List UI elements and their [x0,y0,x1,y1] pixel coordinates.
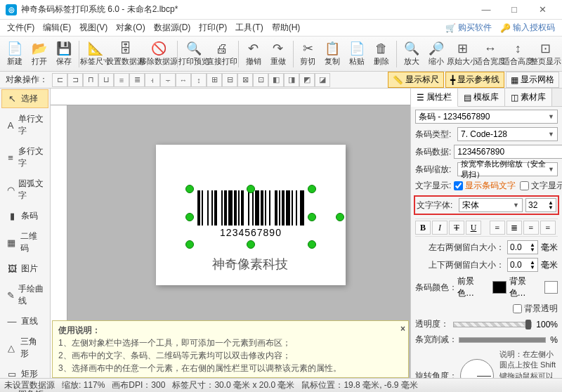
text-top-checkbox[interactable]: 文字显示在顶部 [520,180,562,192]
menu-print[interactable]: 打印(P) [195,20,231,35]
align-btn[interactable]: ≡ [114,73,129,87]
barcode-object[interactable]: 1234567890 [191,190,311,243]
help-close-button[interactable]: × [400,322,405,335]
toolbar-打印预览[interactable]: 🔍打印预览 [181,38,208,70]
align-btn[interactable]: ⊐ [67,73,83,87]
align-btn[interactable]: ↔ [176,73,191,87]
menu-file[interactable]: 文件(F) [3,20,39,35]
toggle-guides[interactable]: ╋显示参考线 [445,72,504,88]
tool-直线[interactable]: —直线 [1,312,48,331]
barcode-data-input[interactable] [454,145,562,159]
font-size-spinner[interactable]: 32▲▼ [525,198,556,212]
align-btn[interactable]: ↕ [191,73,207,87]
opacity-slider[interactable] [453,322,532,327]
underline-button[interactable]: U [466,221,481,235]
align-btn[interactable]: ⫞ [145,73,160,87]
bg-swatch[interactable] [544,281,558,294]
align-btn[interactable]: ⊞ [207,73,222,87]
toolbar-放大[interactable]: 🔍放大 [400,38,424,70]
resize-handle[interactable] [247,240,255,249]
toggle-grid[interactable]: ▦显示网格 [506,72,559,88]
resize-handle[interactable] [247,185,255,193]
object-selector[interactable]: 条码 - 1234567890▼ [415,110,558,124]
license-link[interactable]: 🔑输入授权码 [496,20,559,35]
toolbar-复制[interactable]: 📋复制 [320,38,344,70]
tool-矩形[interactable]: ▭矩形 [1,365,48,384]
toolbar-适合高度[interactable]: ↕适合高度 [504,38,532,70]
toolbar-缩小[interactable]: 🔎缩小 [424,38,448,70]
toolbar-整页显示[interactable]: ⊡整页显示 [532,38,559,70]
italic-button[interactable]: I [432,221,447,235]
toggle-ruler[interactable]: 📏显示标尺 [388,72,444,88]
tab-assets[interactable]: ◫素材库 [505,89,552,106]
menu-object[interactable]: 对象(O) [112,20,149,35]
resize-handle[interactable] [185,213,194,221]
align-btn[interactable]: ◧ [268,73,284,87]
barcode-type-select[interactable]: 7. Code-128▼ [457,127,558,141]
rotation-dial[interactable] [460,359,494,378]
align-btn[interactable]: ⫟ [160,73,176,87]
tab-properties[interactable]: ☰属性栏 [411,89,458,107]
bold-button[interactable]: B [415,221,431,235]
resize-handle[interactable] [308,240,316,249]
text-object[interactable]: 神奇像素科技 [212,256,288,273]
toolbar-原始大小[interactable]: ⊞原始大小 [449,38,476,70]
bg-transparent-checkbox[interactable]: 背景透明 [513,303,558,315]
toolbar-剪切[interactable]: ✂剪切 [296,38,320,70]
tab-templates[interactable]: ▤模板库 [458,89,505,106]
toolbar-直接打印[interactable]: 🖨直接打印 [209,38,236,70]
pad-lr-spinner[interactable]: 0.0▲▼ [507,240,538,254]
toolbar-标签尺寸[interactable]: 📐标签尺寸 [82,38,110,70]
tool-圆角矩形[interactable]: ▢圆角矩形 [1,385,48,392]
menu-help[interactable]: 帮助(H) [268,20,305,35]
toolbar-打开[interactable]: 📂打开 [27,38,51,70]
tool-圆弧文字[interactable]: ◠圆弧文字 [1,174,48,205]
toolbar-设置数据源[interactable]: 🗄设置数据源 [110,38,142,70]
toolbar-删除[interactable]: 🗑删除 [370,38,393,70]
tool-三角形[interactable]: △三角形 [1,332,48,363]
font-select[interactable]: 宋体▼ [459,198,523,212]
align-btn[interactable]: ◪ [315,73,330,87]
tool-图片[interactable]: 🖼图片 [1,259,48,278]
rotate-handle[interactable] [336,213,344,221]
bg-button[interactable]: 背景色… [509,275,542,299]
align-btn[interactable]: ⊔ [98,73,114,87]
maximize-button[interactable]: □ [500,4,528,15]
align-btn[interactable]: ◩ [299,73,315,87]
buy-link[interactable]: 🛒购买软件 [441,20,496,35]
align-justify-button[interactable]: ≡ [540,221,556,235]
resize-handle[interactable] [185,240,194,249]
close-button[interactable]: ✕ [528,4,556,15]
tool-选择[interactable]: ↖选择 [1,89,48,108]
align-btn[interactable]: ⊏ [52,73,67,87]
toolbar-撤销[interactable]: ↶撤销 [242,38,266,70]
menu-datasource[interactable]: 数据源(D) [150,20,195,35]
resize-handle[interactable] [185,185,194,193]
toolbar-适合宽度[interactable]: ↔适合宽度 [476,38,504,70]
align-btn[interactable]: ⊓ [83,73,98,87]
menu-tools[interactable]: 工具(T) [231,20,267,35]
toolbar-重做[interactable]: ↷重做 [266,38,290,70]
tool-手绘曲线[interactable]: ✎手绘曲线 [1,280,48,311]
align-btn[interactable]: ⊠ [237,73,253,87]
fg-button[interactable]: 前景色… [457,275,490,299]
pad-tb-spinner[interactable]: 0.0▲▼ [507,258,538,272]
toolbar-保存[interactable]: 💾保存 [52,38,76,70]
show-text-checkbox[interactable]: 显示条码文字 [454,180,516,192]
toolbar-移除数据源[interactable]: 🚫移除数据源 [143,38,175,70]
align-center-button[interactable]: ≣ [507,221,522,235]
menu-view[interactable]: 视图(V) [75,20,112,35]
tool-单行文字[interactable]: A单行文字 [1,110,48,141]
fg-swatch[interactable] [492,281,506,294]
align-right-button[interactable]: ≡ [523,221,539,235]
align-btn[interactable]: ⊟ [222,73,237,87]
scale-select[interactable]: 按宽窄条比例缩放（安全易扫）▼ [457,162,558,176]
align-btn[interactable]: ⊡ [253,73,268,87]
toolbar-粘贴[interactable]: 📄粘贴 [345,38,369,70]
menu-edit[interactable]: 编辑(E) [39,20,75,35]
resize-handle[interactable] [308,185,316,193]
tool-二维码[interactable]: ▦二维码 [1,227,48,258]
align-left-button[interactable]: ≡ [490,221,505,235]
shear-slider[interactable] [459,337,546,343]
tool-条码[interactable]: ▮条码 [1,207,48,226]
